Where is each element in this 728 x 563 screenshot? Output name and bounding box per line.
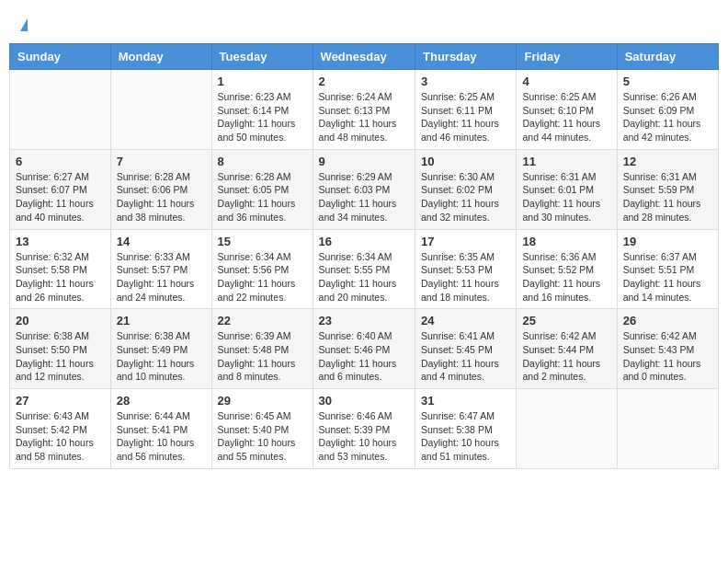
day-info: Sunrise: 6:26 AM Sunset: 6:09 PM Dayligh… (623, 90, 712, 144)
day-info: Sunrise: 6:44 AM Sunset: 5:41 PM Dayligh… (117, 409, 206, 464)
calendar-cell: 6Sunrise: 6:27 AM Sunset: 6:07 PM Daylig… (10, 149, 111, 229)
day-info: Sunrise: 6:42 AM Sunset: 5:43 PM Dayligh… (623, 329, 712, 384)
calendar-cell: 9Sunrise: 6:29 AM Sunset: 6:03 PM Daylig… (313, 149, 415, 229)
calendar-cell: 26Sunrise: 6:42 AM Sunset: 5:43 PM Dayli… (617, 309, 718, 389)
day-number: 19 (623, 235, 712, 248)
day-number: 15 (218, 235, 307, 248)
day-info: Sunrise: 6:31 AM Sunset: 5:59 PM Dayligh… (623, 170, 712, 224)
day-number: 17 (421, 235, 510, 248)
day-number: 4 (522, 75, 610, 88)
page-header (9, 9, 719, 36)
day-info: Sunrise: 6:39 AM Sunset: 5:48 PM Dayligh… (218, 329, 307, 384)
calendar-cell: 30Sunrise: 6:46 AM Sunset: 5:39 PM Dayli… (313, 389, 415, 469)
weekday-header-saturday: Saturday (617, 44, 718, 70)
logo (18, 18, 28, 31)
day-number: 29 (218, 394, 307, 408)
calendar-cell: 20Sunrise: 6:38 AM Sunset: 5:50 PM Dayli… (10, 309, 111, 389)
calendar-cell: 13Sunrise: 6:32 AM Sunset: 5:58 PM Dayli… (10, 229, 111, 309)
day-info: Sunrise: 6:28 AM Sunset: 6:06 PM Dayligh… (117, 170, 206, 224)
day-info: Sunrise: 6:45 AM Sunset: 5:40 PM Dayligh… (218, 409, 307, 464)
day-number: 18 (522, 235, 610, 248)
day-number: 10 (421, 155, 510, 168)
day-info: Sunrise: 6:31 AM Sunset: 6:01 PM Dayligh… (522, 170, 610, 224)
day-number: 1 (218, 75, 307, 88)
calendar-cell: 12Sunrise: 6:31 AM Sunset: 5:59 PM Dayli… (617, 149, 718, 229)
day-info: Sunrise: 6:47 AM Sunset: 5:38 PM Dayligh… (421, 409, 510, 464)
day-number: 3 (421, 75, 510, 88)
calendar-cell: 10Sunrise: 6:30 AM Sunset: 6:02 PM Dayli… (415, 149, 517, 229)
calendar-cell: 2Sunrise: 6:24 AM Sunset: 6:13 PM Daylig… (313, 70, 415, 150)
day-info: Sunrise: 6:28 AM Sunset: 6:05 PM Dayligh… (218, 170, 307, 224)
day-info: Sunrise: 6:41 AM Sunset: 5:45 PM Dayligh… (421, 329, 510, 384)
day-number: 22 (218, 314, 307, 327)
calendar-cell (517, 389, 617, 469)
logo-triangle-icon (20, 18, 28, 31)
calendar-cell (10, 70, 111, 150)
day-number: 21 (117, 314, 206, 327)
day-info: Sunrise: 6:40 AM Sunset: 5:46 PM Dayligh… (319, 329, 409, 384)
day-info: Sunrise: 6:32 AM Sunset: 5:58 PM Dayligh… (16, 250, 105, 304)
calendar-cell: 15Sunrise: 6:34 AM Sunset: 5:56 PM Dayli… (211, 229, 313, 309)
calendar-week-row: 13Sunrise: 6:32 AM Sunset: 5:58 PM Dayli… (10, 229, 719, 309)
calendar-cell: 28Sunrise: 6:44 AM Sunset: 5:41 PM Dayli… (110, 389, 211, 469)
day-number: 28 (117, 394, 206, 408)
calendar-cell: 4Sunrise: 6:25 AM Sunset: 6:10 PM Daylig… (517, 70, 617, 150)
calendar-table: SundayMondayTuesdayWednesdayThursdayFrid… (9, 43, 719, 469)
calendar-cell: 14Sunrise: 6:33 AM Sunset: 5:57 PM Dayli… (110, 229, 211, 309)
calendar-cell: 5Sunrise: 6:26 AM Sunset: 6:09 PM Daylig… (617, 70, 718, 150)
day-info: Sunrise: 6:24 AM Sunset: 6:13 PM Dayligh… (319, 90, 409, 144)
day-info: Sunrise: 6:42 AM Sunset: 5:44 PM Dayligh… (522, 329, 610, 384)
calendar-cell: 23Sunrise: 6:40 AM Sunset: 5:46 PM Dayli… (313, 309, 415, 389)
calendar-cell: 25Sunrise: 6:42 AM Sunset: 5:44 PM Dayli… (517, 309, 617, 389)
calendar-cell: 17Sunrise: 6:35 AM Sunset: 5:53 PM Dayli… (415, 229, 517, 309)
day-number: 31 (421, 394, 510, 408)
day-number: 20 (16, 314, 105, 327)
day-number: 7 (117, 155, 206, 168)
day-number: 2 (319, 75, 409, 88)
calendar-cell: 24Sunrise: 6:41 AM Sunset: 5:45 PM Dayli… (415, 309, 517, 389)
calendar-cell: 7Sunrise: 6:28 AM Sunset: 6:06 PM Daylig… (110, 149, 211, 229)
weekday-header-row: SundayMondayTuesdayWednesdayThursdayFrid… (10, 44, 719, 70)
calendar-cell: 22Sunrise: 6:39 AM Sunset: 5:48 PM Dayli… (211, 309, 313, 389)
weekday-header-wednesday: Wednesday (313, 44, 415, 70)
day-number: 24 (421, 314, 510, 327)
calendar-cell: 11Sunrise: 6:31 AM Sunset: 6:01 PM Dayli… (517, 149, 617, 229)
day-number: 11 (522, 155, 610, 168)
calendar-cell: 8Sunrise: 6:28 AM Sunset: 6:05 PM Daylig… (211, 149, 313, 229)
calendar-week-row: 20Sunrise: 6:38 AM Sunset: 5:50 PM Dayli… (10, 309, 719, 389)
calendar-cell: 21Sunrise: 6:38 AM Sunset: 5:49 PM Dayli… (110, 309, 211, 389)
day-info: Sunrise: 6:35 AM Sunset: 5:53 PM Dayligh… (421, 250, 510, 304)
day-info: Sunrise: 6:25 AM Sunset: 6:11 PM Dayligh… (421, 90, 510, 144)
day-number: 9 (319, 155, 409, 168)
day-info: Sunrise: 6:25 AM Sunset: 6:10 PM Dayligh… (522, 90, 610, 144)
calendar-cell: 16Sunrise: 6:34 AM Sunset: 5:55 PM Dayli… (313, 229, 415, 309)
calendar-cell: 18Sunrise: 6:36 AM Sunset: 5:52 PM Dayli… (517, 229, 617, 309)
weekday-header-sunday: Sunday (10, 44, 111, 70)
day-number: 27 (16, 394, 105, 408)
day-info: Sunrise: 6:34 AM Sunset: 5:55 PM Dayligh… (319, 250, 409, 304)
day-info: Sunrise: 6:34 AM Sunset: 5:56 PM Dayligh… (218, 250, 307, 304)
calendar-cell (110, 70, 211, 150)
day-info: Sunrise: 6:37 AM Sunset: 5:51 PM Dayligh… (623, 250, 712, 304)
day-number: 6 (16, 155, 105, 168)
day-number: 25 (522, 314, 610, 327)
weekday-header-thursday: Thursday (415, 44, 517, 70)
day-number: 16 (319, 235, 409, 248)
day-number: 23 (319, 314, 409, 327)
day-number: 13 (16, 235, 105, 248)
day-info: Sunrise: 6:43 AM Sunset: 5:42 PM Dayligh… (16, 409, 105, 464)
day-number: 5 (623, 75, 712, 88)
calendar-cell: 29Sunrise: 6:45 AM Sunset: 5:40 PM Dayli… (211, 389, 313, 469)
day-info: Sunrise: 6:30 AM Sunset: 6:02 PM Dayligh… (421, 170, 510, 224)
day-info: Sunrise: 6:29 AM Sunset: 6:03 PM Dayligh… (319, 170, 409, 224)
weekday-header-friday: Friday (517, 44, 617, 70)
day-info: Sunrise: 6:36 AM Sunset: 5:52 PM Dayligh… (522, 250, 610, 304)
day-number: 12 (623, 155, 712, 168)
calendar-cell: 31Sunrise: 6:47 AM Sunset: 5:38 PM Dayli… (415, 389, 517, 469)
day-number: 8 (218, 155, 307, 168)
calendar-cell (617, 389, 718, 469)
calendar-week-row: 1Sunrise: 6:23 AM Sunset: 6:14 PM Daylig… (10, 70, 719, 150)
day-number: 30 (319, 394, 409, 408)
day-number: 26 (623, 314, 712, 327)
day-info: Sunrise: 6:27 AM Sunset: 6:07 PM Dayligh… (16, 170, 105, 224)
